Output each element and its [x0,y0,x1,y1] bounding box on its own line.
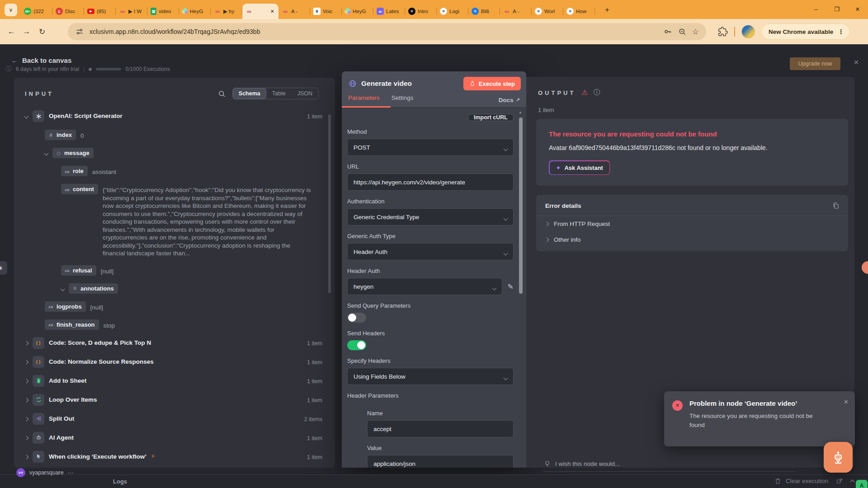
close-button[interactable]: ✕ [847,6,868,13]
tree-row[interactable]: Code: Normalize Source Responses 1 item [14,353,335,372]
field-pill[interactable]: role [61,166,88,176]
new-tab-button[interactable]: + [601,4,613,16]
field-pill[interactable]: finish_reason [45,319,99,330]
back-icon[interactable]: ← [4,27,19,36]
tab-parameters[interactable]: Parameters [348,94,380,106]
expand-chevron-icon[interactable] [24,114,29,119]
tree-row[interactable]: index 0 [14,127,335,145]
collapse-chevron-icon[interactable] [850,480,854,484]
tree-row[interactable]: refusal [null] [14,262,335,280]
expand-chevron-icon[interactable] [61,286,65,291]
expand-chevron-icon[interactable] [44,151,49,156]
back-arrow-icon[interactable]: ← [11,57,18,64]
upgrade-now-button[interactable]: Upgrade now [790,57,840,70]
error-detail-row[interactable]: Other info [536,232,848,248]
copy-icon[interactable] [832,202,840,210]
edit-credential-icon[interactable]: ✎ [508,282,514,291]
expand-chevron-icon[interactable] [24,436,29,440]
browser-tab[interactable]: Intro [405,4,437,19]
browser-tab[interactable]: ✕ [242,4,278,19]
execute-step-button[interactable]: Execute step [463,77,521,90]
field-pill[interactable]: index [45,130,76,140]
logs-panel-label[interactable]: Logs [113,478,127,485]
tree-row[interactable]: logprobs [null] [14,298,335,316]
site-settings-icon[interactable] [75,27,84,36]
user-menu-icon[interactable]: ⋯ [68,469,74,476]
browser-tab[interactable]: Worl [532,4,563,19]
minimize-button[interactable]: – [806,6,826,13]
browser-menu-icon[interactable]: ⋮ [838,28,844,35]
toggle-switch[interactable] [347,313,366,323]
text-input[interactable]: application/json [367,455,514,468]
tree-row[interactable]: message [14,145,335,163]
tab-schema[interactable]: Schema [233,88,266,99]
tree-row[interactable]: Loop Over Items 1 item [14,391,335,410]
expand-chevron-icon[interactable] [24,455,29,459]
browser-tab[interactable]: A - [278,4,310,19]
tree-row[interactable]: When clicking ‘Execute workflow’ ⚡ 1 ite… [14,448,335,467]
node-feedback-input[interactable]: I wish this node would... [543,460,795,472]
tree-row[interactable]: OpenAI: Script Generator 1 item [14,108,335,127]
field-pill[interactable]: annotations [69,283,118,294]
heygen-edge-icon[interactable] [862,261,868,274]
browser-tab[interactable]: Disc [52,4,84,19]
password-key-icon[interactable] [663,27,672,36]
browser-tab[interactable]: How [563,4,595,19]
tree-row[interactable]: finish_reason stop [14,316,335,334]
modal-scrollbar-thumb[interactable] [519,117,523,294]
expand-chevron-icon[interactable] [545,222,549,226]
reload-icon[interactable]: ↻ [34,27,50,37]
tab-table[interactable]: Table [266,88,292,99]
expand-chevron-icon[interactable] [24,341,29,345]
import-curl-button[interactable]: Import cURL [468,114,514,121]
tab-settings[interactable]: Settings [392,94,414,106]
maximize-button[interactable]: ❐ [826,6,847,13]
browser-tab[interactable]: (322 [21,4,52,19]
tab-json[interactable]: JSON [292,88,318,99]
tree-row[interactable]: annotations [14,280,335,298]
tree-row[interactable]: role assistant [14,163,335,181]
tree-row[interactable]: Schedule Trigger1 ⚡ [14,467,335,468]
text-input[interactable]: https://api.heygen.com/v2/video/generate [347,174,514,191]
address-bar[interactable]: xclusivm.app.n8n.cloud/workflow/24bTrqag… [68,23,706,40]
search-icon[interactable] [217,89,226,98]
scrollbar-up-arrow[interactable]: ▲ [519,110,522,114]
field-pill[interactable]: message [52,148,94,158]
extensions-puzzle-icon[interactable] [718,27,728,37]
browser-tab[interactable]: Voic [310,4,342,19]
select-control[interactable]: POST [347,139,514,156]
browser-tab[interactable]: (85) [84,4,116,19]
browser-tab[interactable]: A - [500,4,532,19]
tree-row[interactable]: content {"title":"Cryptocurrency Adoptio… [14,181,335,262]
tree-row[interactable]: Code: Score, D edupe & Pick Top N 1 item [14,334,335,353]
input-scrollbar-thumb[interactable] [328,114,331,293]
text-input[interactable]: accept [367,420,514,437]
openai-edge-icon[interactable]: ✳ [0,261,7,275]
clear-execution-button[interactable]: Clear execution [786,478,828,484]
expand-chevron-icon[interactable] [545,238,549,242]
trash-icon[interactable] [774,477,782,485]
browser-tab[interactable]: Logi [437,4,468,19]
docs-link[interactable]: Docs ↗ [499,97,520,103]
browser-tab[interactable]: ▶ hy [211,4,242,19]
error-detail-row[interactable]: From HTTP Request [536,216,848,232]
browser-tab[interactable]: video [147,4,179,19]
ask-assistant-button[interactable]: ✦ Ask Assistant [550,161,609,174]
info-circle-icon[interactable]: ⓘ [594,89,600,97]
zoom-out-icon[interactable] [678,27,687,36]
forward-icon[interactable]: → [19,27,34,36]
tab-close-icon[interactable]: ✕ [269,9,275,14]
tab-search-button[interactable]: ∨ [5,4,17,16]
expand-chevron-icon[interactable] [24,379,29,383]
browser-tab[interactable]: HeyG [342,4,373,19]
tree-row[interactable]: Add to Sheet 1 item [14,372,335,391]
tree-row[interactable]: AI Agent 1 item [14,429,335,448]
tree-row[interactable]: Split Out 2 items [14,410,335,429]
back-to-canvas-link[interactable]: Back to canvas [22,56,71,64]
banner-close-icon[interactable]: ✕ [854,59,859,66]
select-control[interactable]: Header Auth [347,243,514,260]
field-pill[interactable]: content [61,184,98,194]
expand-chevron-icon[interactable] [24,398,29,402]
assistant-robot-button[interactable] [824,442,853,473]
profile-avatar[interactable] [741,25,755,38]
